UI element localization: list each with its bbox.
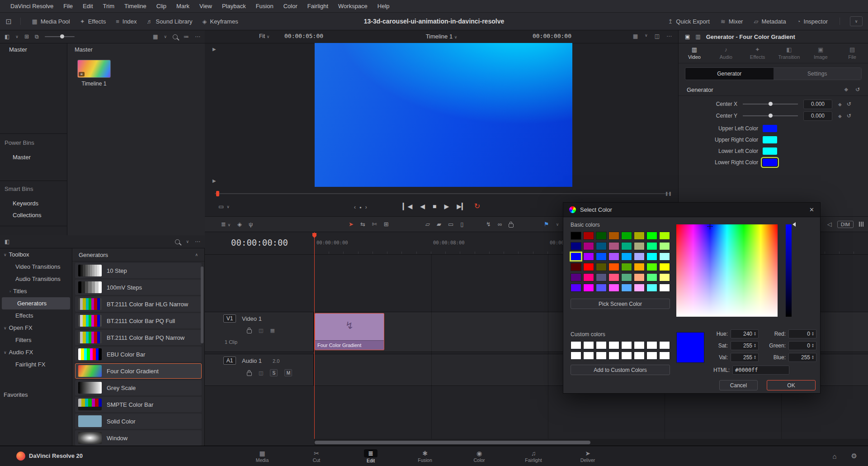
menu-davinci-resolve[interactable]: DaVinci Resolve bbox=[5, 0, 58, 13]
project-manager-icon[interactable]: ⌂ bbox=[832, 452, 836, 460]
basic-color-swatch[interactable] bbox=[609, 232, 619, 240]
media-pool-toggle[interactable]: ▦Media Pool bbox=[30, 18, 71, 25]
menu-timeline[interactable]: Timeline bbox=[119, 0, 151, 13]
loop-button[interactable]: ↻ bbox=[474, 202, 480, 210]
reset-icon[interactable]: ↺ bbox=[847, 113, 851, 119]
mute-button[interactable]: M bbox=[284, 369, 292, 376]
more-options-icon[interactable]: ⋯ bbox=[195, 238, 200, 245]
chevron-down-icon[interactable]: ∨ bbox=[645, 33, 648, 39]
generator-item-100mv-steps[interactable]: 100mV Steps bbox=[75, 280, 202, 295]
custom-color-swatch[interactable] bbox=[571, 352, 581, 360]
filmstrip-view-icon[interactable]: ▦ bbox=[270, 328, 274, 333]
inspector-toggle[interactable]: ◔Inspector bbox=[795, 18, 830, 25]
menu-color[interactable]: Color bbox=[278, 0, 302, 13]
page-tab-edit[interactable]: ≣Edit bbox=[353, 446, 389, 466]
panel-collapse-icon[interactable]: ◧ bbox=[5, 33, 9, 40]
tree-item-open-fx[interactable]: ∨Open FX bbox=[0, 322, 72, 334]
close-icon[interactable]: ✕ bbox=[809, 206, 814, 213]
value-slider-handle[interactable] bbox=[793, 222, 796, 227]
import-media-icon[interactable]: ⧉ bbox=[35, 33, 39, 40]
auto-select-icon[interactable]: ◫ bbox=[259, 370, 263, 376]
basic-color-swatch[interactable] bbox=[609, 273, 619, 281]
custom-color-swatch[interactable] bbox=[659, 352, 670, 360]
custom-color-swatch[interactable] bbox=[596, 352, 607, 360]
basic-color-swatch[interactable] bbox=[634, 252, 645, 261]
scrub-end-handle[interactable]: ❚❚ bbox=[665, 191, 672, 196]
generator-item-bt-2111-color-bar-hlg-narrow[interactable]: BT.2111 Color Bar HLG Narrow bbox=[75, 296, 202, 312]
keyframe-icon[interactable]: ◆ bbox=[838, 102, 842, 107]
custom-color-swatch[interactable] bbox=[634, 352, 645, 360]
basic-color-swatch[interactable] bbox=[659, 232, 670, 240]
menu-help[interactable]: Help bbox=[373, 0, 395, 13]
index-toggle[interactable]: ≡Index bbox=[114, 18, 138, 25]
more-options-icon[interactable]: ⋯ bbox=[195, 33, 200, 40]
track-lock-icon[interactable] bbox=[247, 372, 252, 376]
basic-color-swatch[interactable] bbox=[634, 232, 645, 240]
place-on-top-icon[interactable]: ▯ bbox=[460, 221, 463, 228]
tree-item-video-transitions[interactable]: Video Transitions bbox=[0, 261, 72, 273]
basic-color-swatch[interactable] bbox=[571, 232, 581, 240]
custom-color-swatch[interactable] bbox=[634, 341, 645, 349]
playhead[interactable] bbox=[314, 232, 315, 439]
inspector-tab-video[interactable]: ▥Video bbox=[679, 43, 710, 63]
color-swatch-upper-left-color[interactable] bbox=[763, 125, 777, 132]
smart-bin-collections[interactable]: Collections bbox=[0, 210, 67, 221]
timeline-timecode[interactable]: 00:00:00:00 bbox=[205, 238, 314, 247]
greenspinbox[interactable]: 0▲▼ bbox=[788, 341, 816, 350]
custom-color-swatch[interactable] bbox=[621, 341, 632, 349]
basic-color-swatch[interactable] bbox=[621, 284, 632, 292]
basic-color-swatch[interactable] bbox=[583, 273, 594, 281]
audio-track-header[interactable]: A1 Audio 1 2.0 ◫ S M bbox=[205, 354, 314, 385]
inspector-tab-transition[interactable]: ◧Transition bbox=[773, 43, 805, 63]
generator-item-bt-2111-color-bar-pq-full[interactable]: BT.2111 Color Bar PQ Full bbox=[75, 313, 202, 328]
tree-item-effects[interactable]: Effects bbox=[0, 309, 72, 322]
spinner-arrows-icon[interactable]: ▲▼ bbox=[754, 343, 757, 348]
inspector-tab-file[interactable]: ▤File bbox=[836, 43, 868, 63]
timeline-horizontal-scrollbar[interactable] bbox=[315, 441, 590, 444]
thumbnail-zoom-slider[interactable] bbox=[45, 36, 75, 37]
video-track-header[interactable]: V1 Video 1 ◫ ▦ 1 Clip bbox=[205, 312, 314, 352]
menu-view[interactable]: View bbox=[194, 0, 217, 13]
flag-icon[interactable]: ⚑ bbox=[544, 221, 549, 228]
grid-overlay-icon[interactable]: ▦ bbox=[633, 33, 638, 39]
davinci-resolve-logo[interactable] bbox=[16, 452, 25, 461]
add-bin-icon[interactable]: ⊞ bbox=[24, 33, 29, 40]
basic-color-swatch[interactable] bbox=[609, 284, 619, 292]
page-tab-color[interactable]: ◉Color bbox=[461, 446, 497, 466]
split-view-icon[interactable]: ◫ bbox=[655, 33, 660, 39]
menu-edit[interactable]: Edit bbox=[78, 0, 98, 13]
basic-color-swatch[interactable] bbox=[659, 252, 670, 261]
razor-tool-icon[interactable]: ✄ bbox=[372, 221, 377, 228]
tree-item-favorites[interactable]: Favorites bbox=[0, 389, 72, 401]
audio-track-badge[interactable]: A1 bbox=[223, 357, 236, 365]
auto-select-icon[interactable]: ◫ bbox=[259, 328, 263, 333]
basic-color-swatch[interactable] bbox=[583, 263, 594, 271]
basic-color-swatch[interactable] bbox=[571, 273, 581, 281]
basic-color-swatch[interactable] bbox=[646, 252, 657, 261]
timeline-view-options-icon[interactable]: ≣ ∨ bbox=[221, 221, 231, 228]
satspinbox[interactable]: 255▲▼ bbox=[731, 341, 759, 350]
spinner-arrows-icon[interactable]: ▲▼ bbox=[811, 332, 815, 336]
basic-color-swatch[interactable] bbox=[596, 252, 607, 261]
basic-color-swatch[interactable] bbox=[596, 232, 607, 240]
basic-color-swatch[interactable] bbox=[634, 263, 645, 271]
more-options-icon[interactable]: ⋯ bbox=[666, 33, 672, 39]
grid-view-icon[interactable]: ▦ bbox=[153, 33, 158, 40]
scrub-playhead[interactable] bbox=[216, 191, 219, 196]
basic-color-swatch[interactable] bbox=[646, 263, 657, 271]
generator-item-four-color-gradient[interactable]: Four Color Gradient bbox=[75, 363, 202, 379]
generator-item-bt-2111-color-bar-pq-narrow[interactable]: BT.2111 Color Bar PQ Narrow bbox=[75, 330, 202, 345]
page-tab-fusion[interactable]: ✱Fusion bbox=[407, 446, 443, 466]
timeline-thumbnail[interactable]: ≣ bbox=[77, 60, 111, 78]
basic-color-swatch[interactable] bbox=[634, 273, 645, 281]
custom-color-swatch[interactable] bbox=[583, 352, 594, 360]
solo-button[interactable]: S bbox=[270, 369, 278, 376]
tab-generator[interactable]: Generator bbox=[685, 68, 774, 80]
overwrite-clip-icon[interactable]: ▰ bbox=[437, 221, 441, 228]
page-tab-cut[interactable]: ✂Cut bbox=[298, 446, 335, 466]
chevron-down-icon[interactable]: ∨ bbox=[556, 222, 559, 227]
page-tab-fairlight[interactable]: ♫Fairlight bbox=[515, 446, 552, 466]
huespinbox[interactable]: 240▲▼ bbox=[731, 329, 759, 338]
generator-item-10-step[interactable]: 10 Step bbox=[75, 263, 202, 278]
keyframe-icon[interactable]: ◆ bbox=[844, 86, 848, 93]
